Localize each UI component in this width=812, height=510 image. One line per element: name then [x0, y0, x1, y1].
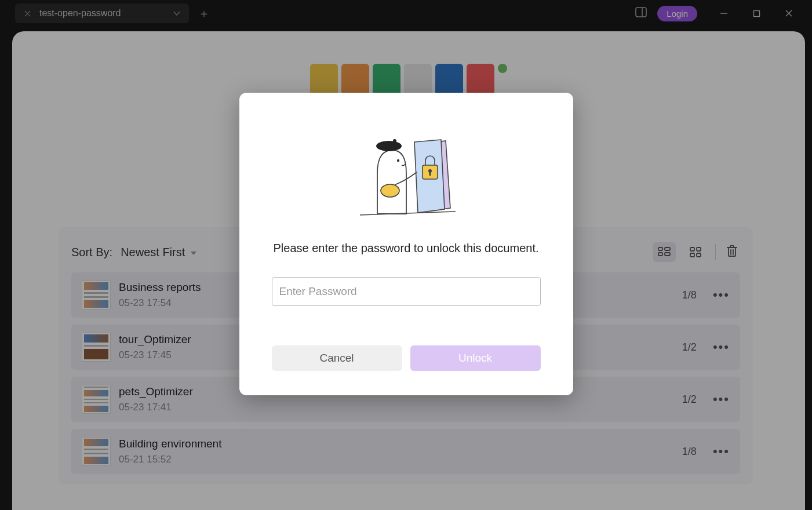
password-modal: Please enter the password to unlock this…	[239, 93, 573, 395]
cancel-button[interactable]: Cancel	[272, 345, 402, 371]
svg-point-18	[381, 184, 399, 197]
svg-line-19	[360, 212, 456, 215]
modal-message: Please enter the password to unlock this…	[272, 240, 541, 256]
svg-rect-14	[429, 172, 431, 176]
password-input[interactable]	[272, 277, 541, 306]
modal-actions: Cancel Unlock	[272, 345, 541, 371]
unlock-button[interactable]: Unlock	[410, 345, 541, 371]
svg-point-17	[396, 159, 399, 162]
svg-point-15	[376, 141, 402, 151]
svg-point-16	[393, 139, 396, 143]
modal-illustration	[272, 124, 541, 228]
